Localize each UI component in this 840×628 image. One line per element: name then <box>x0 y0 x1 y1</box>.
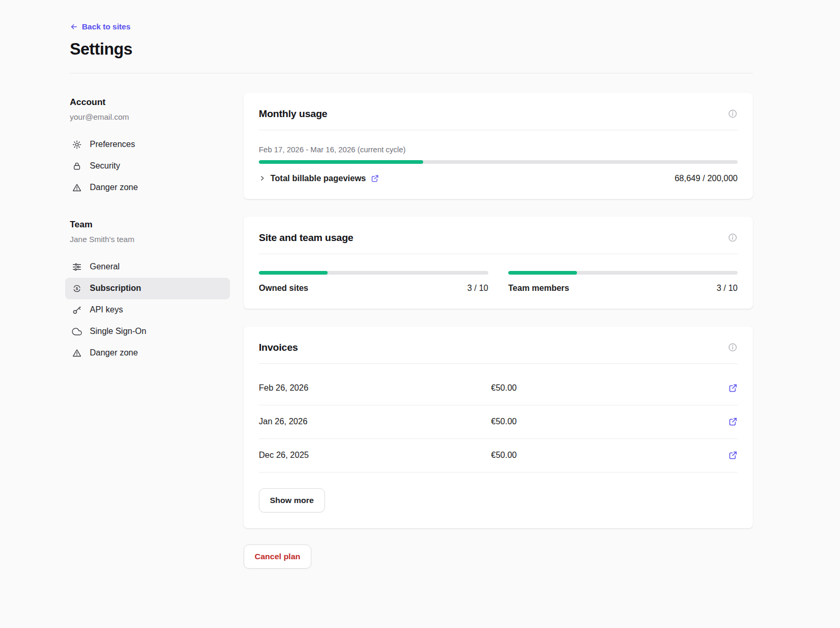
page-title: Settings <box>70 40 753 59</box>
lock-icon <box>72 161 82 171</box>
sidebar-item-security[interactable]: Security <box>65 155 230 177</box>
owned-sites-label: Owned sites <box>259 284 308 293</box>
site-team-usage-card: Site and team usage Owned sites 3 / 10 <box>244 217 753 309</box>
monthly-usage-card: Monthly usage Feb 17, 2026 - Mar 16, 202… <box>244 93 753 199</box>
info-icon <box>728 109 738 119</box>
key-icon <box>72 305 82 315</box>
team-members-meter: Team members 3 / 10 <box>508 271 738 293</box>
cancel-plan-button[interactable]: Cancel plan <box>244 545 311 569</box>
account-email: your@email.com <box>70 112 244 121</box>
sidebar-item-subscription[interactable]: Subscription <box>65 278 230 299</box>
owned-sites-value: 3 / 10 <box>467 284 488 293</box>
total-billable-pageviews-label: Total billable pageviews <box>270 174 366 183</box>
sidebar-item-preferences[interactable]: Preferences <box>65 134 230 155</box>
invoice-date: Feb 26, 2026 <box>259 383 491 393</box>
account-section-heading: Account <box>70 97 244 108</box>
team-members-progress-fill <box>508 271 577 275</box>
sidebar-item-label: Single Sign-On <box>90 327 146 336</box>
owned-sites-progress-bar <box>259 271 488 275</box>
settings-sidebar: Account your@email.com Preferences Secur… <box>70 93 244 364</box>
invoice-row: Dec 26, 2025 €50.00 <box>259 439 738 473</box>
external-link-icon <box>728 417 738 426</box>
external-link-icon <box>728 383 738 393</box>
show-more-button[interactable]: Show more <box>259 488 325 512</box>
info-icon <box>728 342 738 352</box>
sidebar-item-account-danger-zone[interactable]: Danger zone <box>65 177 230 198</box>
card-divider <box>259 130 738 130</box>
invoice-amount: €50.00 <box>491 451 728 460</box>
owned-sites-progress-fill <box>259 271 328 275</box>
invoice-external-link[interactable] <box>728 451 738 460</box>
owned-sites-meter: Owned sites 3 / 10 <box>259 271 488 293</box>
warning-icon <box>72 183 82 193</box>
arrow-left-icon <box>70 23 78 31</box>
chevron-right-icon <box>259 175 266 182</box>
invoice-row: Jan 26, 2026 €50.00 <box>259 405 738 439</box>
card-divider <box>259 254 738 254</box>
invoices-title: Invoices <box>259 342 298 353</box>
pageviews-external-link[interactable] <box>371 174 379 183</box>
pageviews-usage-value: 68,649 / 200,000 <box>675 174 738 183</box>
team-section-heading: Team <box>70 219 244 230</box>
external-link-icon <box>728 451 738 460</box>
invoices-info-button[interactable] <box>728 342 738 352</box>
invoice-date: Jan 26, 2026 <box>259 417 491 426</box>
monthly-usage-info-button[interactable] <box>728 109 738 119</box>
warning-icon <box>72 348 82 358</box>
settings-main: Monthly usage Feb 17, 2026 - Mar 16, 202… <box>244 93 753 569</box>
sidebar-item-label: Security <box>90 161 120 171</box>
site-team-usage-info-button[interactable] <box>728 233 738 243</box>
currency-refresh-icon <box>72 284 82 294</box>
invoice-row: Feb 26, 2026 €50.00 <box>259 372 738 405</box>
gear-icon <box>72 140 82 150</box>
invoices-card: Invoices Feb 26, 2026 €50.00 <box>244 327 753 528</box>
sidebar-item-label: General <box>90 262 120 271</box>
sidebar-item-label: Preferences <box>90 140 135 149</box>
card-divider <box>259 363 738 364</box>
total-billable-pageviews-row[interactable]: Total billable pageviews <box>259 174 379 183</box>
billing-cycle-label: Feb 17, 2026 - Mar 16, 2026 (current cyc… <box>259 145 738 154</box>
team-members-progress-bar <box>508 271 738 275</box>
sidebar-item-label: API keys <box>90 305 123 315</box>
invoice-list: Feb 26, 2026 €50.00 Jan 26, 2026 €50.00 <box>259 372 738 473</box>
settings-page: Back to sites Settings Account your@emai… <box>0 0 840 616</box>
monthly-usage-progress-fill <box>259 160 423 164</box>
back-to-sites-link[interactable]: Back to sites <box>70 22 131 31</box>
external-link-icon <box>371 174 379 183</box>
sidebar-item-team-danger-zone[interactable]: Danger zone <box>65 342 230 364</box>
team-name: Jane Smith's team <box>70 235 244 244</box>
team-nav: General Subscription API keys Single Sig… <box>65 256 230 364</box>
sidebar-item-label: Danger zone <box>90 183 138 192</box>
sliders-icon <box>72 262 82 272</box>
invoice-amount: €50.00 <box>491 417 728 426</box>
cloud-icon <box>72 327 82 337</box>
invoice-amount: €50.00 <box>491 383 728 393</box>
team-members-label: Team members <box>508 284 569 293</box>
site-team-usage-title: Site and team usage <box>259 232 353 244</box>
monthly-usage-title: Monthly usage <box>259 108 327 120</box>
sidebar-item-label: Subscription <box>90 284 141 293</box>
team-members-value: 3 / 10 <box>717 284 738 293</box>
sidebar-item-api-keys[interactable]: API keys <box>65 299 230 321</box>
invoice-external-link[interactable] <box>728 417 738 426</box>
monthly-usage-progress-bar <box>259 160 738 164</box>
account-nav: Preferences Security Danger zone <box>65 134 230 198</box>
info-icon <box>728 233 738 243</box>
sidebar-item-label: Danger zone <box>90 348 138 358</box>
sidebar-item-single-sign-on[interactable]: Single Sign-On <box>65 321 230 342</box>
invoice-external-link[interactable] <box>728 383 738 393</box>
sidebar-item-general[interactable]: General <box>65 256 230 278</box>
back-to-sites-label: Back to sites <box>82 22 131 31</box>
invoice-date: Dec 26, 2025 <box>259 451 491 460</box>
